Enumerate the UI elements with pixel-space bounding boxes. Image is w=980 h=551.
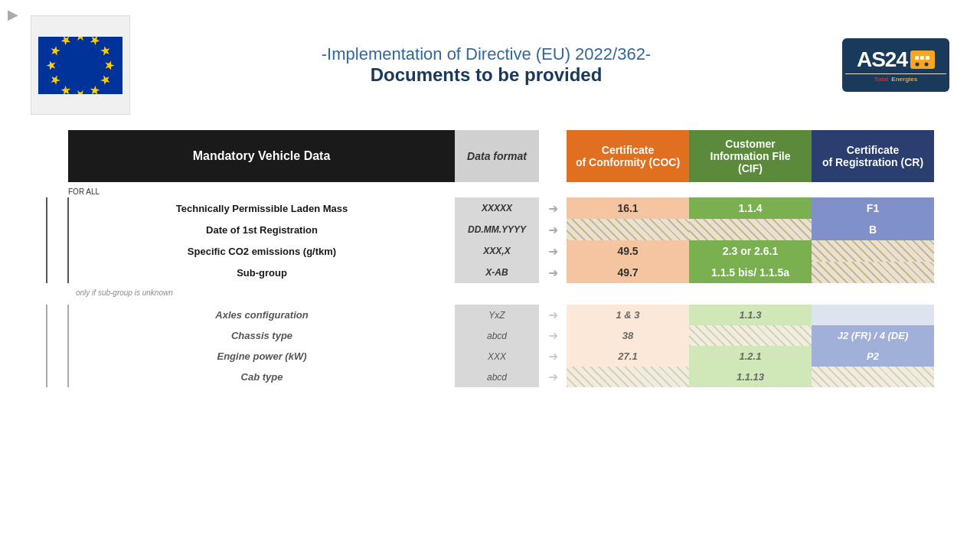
bus-icon [910,51,935,69]
for-all-text: FOR ALL [68,187,100,196]
only-if-note-row: only if sub-group is unknown [47,283,934,300]
row-format-5: YxZ [455,305,539,325]
row-arrow-3: ➜ [539,240,567,262]
row-format-1: XXXXX [455,197,539,219]
th-mandatory: Mandatory Vehicle Data [68,130,455,182]
row-format-7: XXX [455,346,539,367]
row-cr-7: P2 [812,346,934,367]
row-coc-1: 16.1 [567,197,689,219]
row-cif-7: 1.2.1 [689,346,812,367]
row-label-6: Chassis type [68,325,455,346]
th-cr: Certificate of Registration (CR) [812,130,934,182]
row-arrow-6: ➜ [539,325,567,346]
row-coc-3: 49.5 [567,240,689,262]
row-cif-4: 1.1.5 bis/ 1.1.5a [689,262,812,283]
row-cif-2 [689,219,812,240]
table-row: Engine power (kW) XXX ➜ 27.1 1.2.1 P2 [47,346,934,367]
row-coc-2 [567,219,689,240]
row-format-3: XXX,X [455,240,539,262]
row-label-3: Specific CO2 emissions (g/tkm) [68,240,455,262]
eu-logo [31,15,130,115]
table-row: Axles configuration YxZ ➜ 1 & 3 1.1.3 [47,305,934,325]
row-cif-6 [689,325,812,346]
main-content: Mandatory Vehicle Data Data format Certi… [23,130,957,387]
svg-rect-15 [920,56,924,60]
row-coc-4: 49.7 [567,262,689,283]
row-cr-1: F1 [812,197,934,219]
row-format-8: abcd [455,367,539,387]
row-arrow-4: ➜ [539,262,567,283]
row-arrow-5: ➜ [539,305,567,325]
row-cif-1: 1.1.4 [689,197,812,219]
table-row: Cab type abcd ➜ 1.1.13 [47,367,934,387]
table-row: Specific CO2 emissions (g/tkm) XXX,X ➜ 4… [47,240,934,262]
th-format: Data format [455,130,539,182]
row-cr-3 [812,240,934,262]
row-cr-4 [812,262,934,283]
row-label-1: Technically Permissible Laden Mass [68,197,455,219]
row-label-4: Sub-group [68,262,455,283]
svg-rect-14 [915,56,919,60]
row-format-6: abcd [455,325,539,346]
row-coc-6: 38 [567,325,689,346]
row-arrow-2: ➜ [539,219,567,240]
row-coc-5: 1 & 3 [567,305,689,325]
row-coc-8 [567,367,689,387]
as24-logo: AS24 Total Energies [842,38,949,92]
page-header: -Implementation of Directive (EU) 2022/3… [0,0,980,122]
table-row: Date of 1st Registration DD.MM.YYYY ➜ B [47,219,934,240]
th-coc: Certificate of Conformity (COC) [567,130,689,182]
table-row: Chassis type abcd ➜ 38 J2 (FR) / 4 (DE) [47,325,934,346]
svg-point-17 [916,63,920,67]
header-subtitle: -Implementation of Directive (EU) 2022/3… [130,44,842,64]
row-cr-5 [812,305,934,325]
row-cif-3: 2.3 or 2.6.1 [689,240,812,262]
svg-point-18 [925,63,929,67]
row-cr-2: B [812,219,934,240]
th-cif: Customer Information File (CIF) [689,130,812,182]
for-all-label-row: FOR ALL [47,182,934,197]
row-format-2: DD.MM.YYYY [455,219,539,240]
row-label-7: Engine power (kW) [68,346,455,367]
row-arrow-8: ➜ [539,367,567,387]
table-header-row: Mandatory Vehicle Data Data format Certi… [47,130,934,182]
row-arrow-1: ➜ [539,197,567,219]
header-main-title: Documents to be provided [130,64,842,86]
header-title: -Implementation of Directive (EU) 2022/3… [130,44,842,86]
table-row: Sub-group X-AB ➜ 49.7 1.1.5 bis/ 1.1.5a [47,262,934,283]
nav-arrow[interactable]: ▶ [8,6,18,23]
only-if-label: only if sub-group is unknown [76,289,173,297]
main-table: Mandatory Vehicle Data Data format Certi… [46,130,934,387]
row-cr-6: J2 (FR) / 4 (DE) [812,325,934,346]
row-label-5: Axles configuration [68,305,455,325]
row-arrow-7: ➜ [539,346,567,367]
table-row: Technically Permissible Laden Mass XXXXX… [47,197,934,219]
row-cr-8 [812,367,934,387]
row-coc-7: 27.1 [567,346,689,367]
row-format-4: X-AB [455,262,539,283]
row-cif-8: 1.1.13 [689,367,812,387]
as24-text: AS24 [857,47,907,72]
row-label-2: Date of 1st Registration [68,219,455,240]
row-label-8: Cab type [68,367,455,387]
row-cif-5: 1.1.3 [689,305,812,325]
svg-rect-16 [926,56,929,60]
